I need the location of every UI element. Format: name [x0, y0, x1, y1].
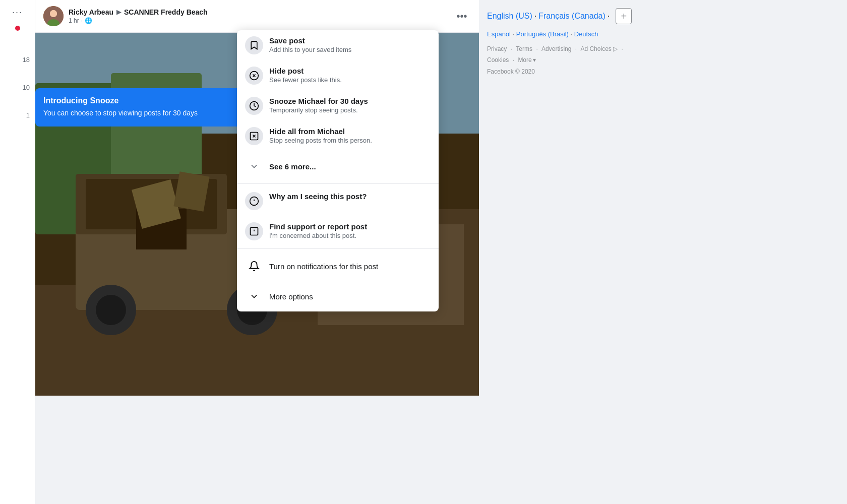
author-details: Ricky Arbeau ▶ SCANNER Freddy Beach 1 hr…	[69, 8, 208, 24]
save-post-text: Save post Add this to your saved items	[269, 36, 431, 53]
main-content: Ricky Arbeau ▶ SCANNER Freddy Beach 1 hr…	[35, 0, 847, 504]
footer-ad-choices[interactable]: Ad Choices	[580, 45, 611, 52]
menu-item-report[interactable]: Find support or report post I'm concerne…	[237, 216, 439, 246]
arrow-icon: ▶	[116, 9, 121, 16]
footer-advertising[interactable]: Advertising	[541, 45, 571, 52]
lang-sep-3: ·	[513, 30, 516, 38]
lang-sep-4: ·	[571, 30, 574, 38]
author-name-row: Ricky Arbeau ▶ SCANNER Freddy Beach	[69, 8, 208, 16]
menu-item-more-options[interactable]: More options	[237, 281, 439, 311]
post-author-info: Ricky Arbeau ▶ SCANNER Freddy Beach 1 hr…	[43, 6, 208, 26]
menu-item-see-more[interactable]: See 6 more...	[237, 151, 439, 181]
snooze-text: Snooze Michael for 30 days Temporarily s…	[269, 97, 431, 114]
notifications-icon	[245, 257, 263, 275]
snooze-tooltip-description: You can choose to stop viewing posts for…	[43, 108, 257, 118]
post-dropdown-menu: Save post Add this to your saved items H…	[237, 30, 439, 311]
more-options-text: More options	[269, 292, 313, 301]
sidebar-number-1: 1	[26, 111, 30, 119]
menu-item-why-seeing[interactable]: Why am I seeing this post?	[237, 186, 439, 216]
add-language-button[interactable]: +	[616, 8, 632, 24]
save-post-icon	[245, 36, 263, 54]
post-time: 1 hr	[69, 17, 79, 24]
post-container: Ricky Arbeau ▶ SCANNER Freddy Beach 1 hr…	[35, 0, 479, 504]
hide-post-text: Hide post See fewer posts like this.	[269, 67, 431, 84]
post-globe-icon: 🌐	[85, 17, 92, 24]
sidebar-numbers: 18 10 1	[0, 56, 35, 119]
group-name[interactable]: SCANNER Freddy Beach	[124, 8, 208, 16]
menu-item-save-post[interactable]: Save post Add this to your saved items	[237, 30, 439, 60]
language-deutsch[interactable]: Deutsch	[574, 30, 598, 38]
hide-post-icon	[245, 67, 263, 85]
menu-item-notifications[interactable]: Turn on notifications for this post	[237, 251, 439, 281]
copyright: Facebook © 2020	[487, 68, 652, 75]
save-post-title: Save post	[269, 36, 431, 45]
ad-choices-icon: ▷	[613, 45, 618, 52]
svg-rect-21	[173, 171, 209, 211]
footer-privacy[interactable]: Privacy	[487, 45, 507, 52]
footer-cookies[interactable]: Cookies	[487, 56, 509, 64]
why-seeing-text: Why am I seeing this post?	[269, 192, 431, 201]
post-header: Ricky Arbeau ▶ SCANNER Freddy Beach 1 hr…	[35, 0, 479, 33]
report-text: Find support or report post I'm concerne…	[269, 222, 431, 239]
report-icon	[245, 222, 263, 240]
lang-sep-1: ·	[534, 12, 536, 21]
menu-divider-2	[237, 248, 439, 249]
sidebar-number-18: 18	[23, 56, 30, 64]
report-desc: I'm concerned about this post.	[269, 232, 431, 239]
avatar	[43, 6, 64, 26]
snooze-icon	[245, 97, 263, 115]
hide-all-title: Hide all from Michael	[269, 127, 431, 136]
snooze-tooltip-title: Introducing Snooze	[43, 96, 257, 105]
why-seeing-icon	[245, 192, 263, 210]
menu-item-snooze[interactable]: Snooze Michael for 30 days Temporarily s…	[237, 91, 439, 121]
language-french-canada[interactable]: Français (Canada)	[538, 12, 606, 21]
post-more-button[interactable]: •••	[453, 7, 471, 25]
see-more-chevron-icon	[245, 157, 263, 175]
author-name[interactable]: Ricky Arbeau	[69, 8, 113, 16]
footer-more-label: More	[518, 55, 531, 66]
post-time-sep: ·	[81, 17, 83, 24]
footer-more-arrow: ▾	[533, 55, 536, 66]
menu-item-hide-all[interactable]: Hide all from Michael Stop seeing posts …	[237, 121, 439, 151]
more-options-chevron-icon	[245, 287, 263, 305]
avatar-image	[43, 6, 64, 26]
footer-more[interactable]: More ▾	[518, 55, 535, 66]
sidebar-menu-dots[interactable]: ...	[12, 5, 23, 16]
hide-all-text: Hide all from Michael Stop seeing posts …	[269, 127, 431, 144]
hide-post-title: Hide post	[269, 67, 431, 75]
footer-terms[interactable]: Terms	[516, 45, 532, 52]
menu-divider-1	[237, 183, 439, 184]
see-more-text: See 6 more...	[269, 162, 316, 171]
svg-point-3	[50, 10, 57, 17]
sidebar-number-10: 10	[23, 84, 30, 91]
footer-links: Privacy · Terms · Advertising · Ad Choic…	[487, 44, 652, 66]
language-english[interactable]: English (US)	[487, 12, 532, 21]
notifications-text: Turn on notifications for this post	[269, 262, 378, 271]
language-spanish[interactable]: Español	[487, 30, 511, 38]
language-section-2: Español · Português (Brasil) · Deutsch	[487, 28, 652, 40]
why-seeing-title: Why am I seeing this post?	[269, 192, 431, 201]
language-portuguese[interactable]: Português (Brasil)	[516, 30, 569, 38]
lang-sep-2: ·	[608, 12, 610, 21]
language-row: English (US) · Français (Canada) · +	[487, 8, 652, 24]
report-title: Find support or report post	[269, 222, 431, 231]
save-post-desc: Add this to your saved items	[269, 46, 431, 53]
left-sidebar: ... 18 10 1	[0, 0, 35, 504]
menu-item-hide-post[interactable]: Hide post See fewer posts like this.	[237, 60, 439, 91]
right-sidebar: English (US) · Français (Canada) · + Esp…	[479, 0, 660, 504]
snooze-desc: Temporarily stop seeing posts.	[269, 106, 431, 114]
hide-all-icon	[245, 127, 263, 145]
notification-dot	[15, 26, 20, 31]
hide-post-desc: See fewer posts like this.	[269, 76, 431, 84]
snooze-title: Snooze Michael for 30 days	[269, 97, 431, 105]
avatar-svg	[43, 6, 64, 26]
svg-point-15	[96, 295, 126, 325]
post-meta: 1 hr · 🌐	[69, 17, 208, 24]
hide-all-desc: Stop seeing posts from this person.	[269, 137, 431, 144]
